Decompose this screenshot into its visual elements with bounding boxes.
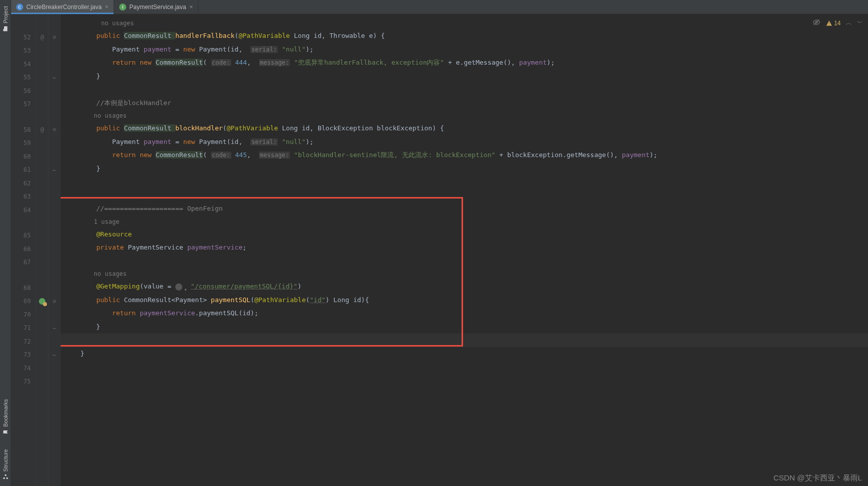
tab-paymentservice[interactable]: I PaymentService.java × (114, 0, 198, 14)
tool-bookmarks[interactable]: Bookmarks (3, 397, 9, 437)
tab-circlebreaker[interactable]: C CircleBreakerController.java × (11, 0, 114, 14)
usage-hint: no usages (61, 110, 868, 122)
override-icon[interactable]: @ (36, 31, 48, 44)
fold-gutter: ⊖ ⌙ ⊖ ⌙ ⊖ ⌙ ⌙ (48, 14, 61, 486)
fold-icon[interactable]: ⊖ (48, 31, 61, 44)
editor: 52 53 54 55 56 57 58 59 60 61 62 63 64 6… (11, 14, 868, 486)
inspection-status[interactable]: 14 ︿ ﹀ (812, 18, 863, 28)
tool-structure[interactable]: Structure (3, 447, 9, 482)
annotation-gutter: @ @ (36, 14, 48, 486)
line-number-gutter[interactable]: 52 53 54 55 56 57 58 59 60 61 62 63 64 6… (11, 14, 36, 486)
editor-tabs: C CircleBreakerController.java × I Payme… (11, 0, 868, 14)
close-icon[interactable]: × (105, 3, 109, 11)
chevron-up-icon[interactable]: ︿ (846, 19, 852, 27)
usage-hint: 1 usage (61, 216, 868, 228)
svg-rect-1 (6, 478, 8, 479)
interface-icon: I (119, 4, 126, 11)
fold-icon[interactable]: ⊖ (48, 295, 61, 308)
override-icon[interactable]: @ (36, 123, 48, 137)
tab-label: CircleBreakerController.java (26, 4, 101, 11)
class-icon: C (16, 4, 23, 11)
bean-icon[interactable] (36, 295, 48, 308)
svg-rect-2 (5, 475, 6, 476)
fold-icon[interactable]: ⊖ (48, 123, 61, 137)
watermark: CSDN @艾卡西亚丶暴雨L (774, 473, 862, 483)
tab-label: PaymentService.java (129, 4, 186, 11)
svg-rect-0 (3, 478, 5, 479)
warning-badge[interactable]: 14 (826, 20, 841, 27)
tool-project[interactable]: Project (2, 4, 9, 34)
usage-hint: no usages (61, 268, 868, 280)
caret-line (61, 333, 868, 347)
usage-hint: no usages (61, 17, 868, 29)
left-tool-strip: Project Bookmarks Structure (0, 0, 11, 486)
code-area[interactable]: 14 ︿ ﹀ no usages public CommonResult han… (61, 14, 868, 486)
close-icon[interactable]: × (189, 3, 193, 11)
globe-icon[interactable] (175, 283, 182, 290)
chevron-down-icon[interactable]: ﹀ (857, 19, 863, 27)
eye-off-icon[interactable] (812, 18, 821, 28)
